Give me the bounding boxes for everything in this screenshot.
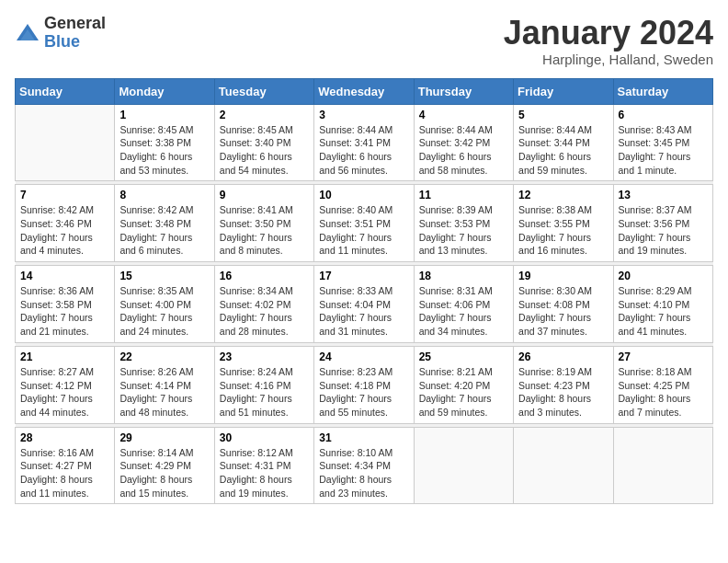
- day-info: Sunrise: 8:14 AMSunset: 4:29 PMDaylight:…: [119, 446, 209, 500]
- calendar-day-cell: 14Sunrise: 8:36 AMSunset: 3:58 PMDayligh…: [16, 266, 115, 343]
- day-info: Sunrise: 8:12 AMSunset: 4:31 PMDaylight:…: [220, 446, 309, 500]
- calendar-day-cell: 8Sunrise: 8:42 AMSunset: 3:48 PMDaylight…: [115, 185, 214, 262]
- day-number: 19: [518, 270, 608, 282]
- calendar-day-cell: 26Sunrise: 8:19 AMSunset: 4:23 PMDayligh…: [514, 346, 613, 423]
- calendar-day-cell: 30Sunrise: 8:12 AMSunset: 4:31 PMDayligh…: [214, 427, 313, 504]
- day-number: 25: [419, 350, 508, 363]
- logo-blue-text: Blue: [44, 33, 106, 52]
- day-info: Sunrise: 8:42 AMSunset: 3:46 PMDaylight:…: [20, 203, 109, 258]
- day-number: 8: [119, 189, 209, 201]
- day-number: 15: [119, 270, 209, 282]
- day-number: 11: [419, 189, 508, 201]
- day-info: Sunrise: 8:21 AMSunset: 4:20 PMDaylight:…: [419, 365, 508, 419]
- calendar-day-cell: 27Sunrise: 8:18 AMSunset: 4:25 PMDayligh…: [613, 346, 712, 423]
- day-number: 21: [20, 350, 109, 363]
- day-number: 17: [319, 270, 408, 282]
- day-number: 30: [220, 431, 309, 444]
- day-info: Sunrise: 8:35 AMSunset: 4:00 PMDaylight:…: [119, 284, 209, 339]
- day-number: 12: [518, 189, 608, 201]
- day-info: Sunrise: 8:30 AMSunset: 4:08 PMDaylight:…: [518, 284, 608, 339]
- day-number: 29: [119, 431, 209, 444]
- calendar-day-cell: [16, 104, 115, 181]
- day-info: Sunrise: 8:42 AMSunset: 3:48 PMDaylight:…: [119, 203, 209, 258]
- location: Harplinge, Halland, Sweden: [504, 52, 713, 67]
- calendar-week-row: 28Sunrise: 8:16 AMSunset: 4:27 PMDayligh…: [16, 427, 713, 504]
- day-number: 1: [119, 109, 209, 121]
- calendar-day-cell: 16Sunrise: 8:34 AMSunset: 4:02 PMDayligh…: [214, 266, 313, 343]
- day-info: Sunrise: 8:45 AMSunset: 3:38 PMDaylight:…: [119, 123, 209, 178]
- calendar-week-row: 14Sunrise: 8:36 AMSunset: 3:58 PMDayligh…: [16, 266, 713, 343]
- day-header-wednesday: Wednesday: [314, 78, 414, 104]
- day-number: 24: [319, 350, 408, 363]
- day-header-tuesday: Tuesday: [214, 78, 313, 104]
- calendar-day-cell: 13Sunrise: 8:37 AMSunset: 3:56 PMDayligh…: [613, 185, 712, 262]
- calendar-day-cell: 9Sunrise: 8:41 AMSunset: 3:50 PMDaylight…: [214, 185, 313, 262]
- day-header-thursday: Thursday: [414, 78, 513, 104]
- calendar-day-cell: 19Sunrise: 8:30 AMSunset: 4:08 PMDayligh…: [514, 266, 613, 343]
- day-number: 14: [20, 270, 109, 282]
- calendar-day-cell: 29Sunrise: 8:14 AMSunset: 4:29 PMDayligh…: [115, 427, 214, 504]
- calendar-day-cell: 6Sunrise: 8:43 AMSunset: 3:45 PMDaylight…: [613, 104, 712, 181]
- day-info: Sunrise: 8:18 AMSunset: 4:25 PMDaylight:…: [619, 365, 708, 419]
- calendar-day-cell: 11Sunrise: 8:39 AMSunset: 3:53 PMDayligh…: [414, 185, 513, 262]
- calendar-week-row: 7Sunrise: 8:42 AMSunset: 3:46 PMDaylight…: [16, 185, 713, 262]
- day-info: Sunrise: 8:16 AMSunset: 4:27 PMDaylight:…: [20, 446, 109, 500]
- day-info: Sunrise: 8:31 AMSunset: 4:06 PMDaylight:…: [419, 284, 508, 339]
- calendar-day-cell: 17Sunrise: 8:33 AMSunset: 4:04 PMDayligh…: [314, 266, 414, 343]
- calendar-day-cell: 5Sunrise: 8:44 AMSunset: 3:44 PMDaylight…: [514, 104, 613, 181]
- day-info: Sunrise: 8:36 AMSunset: 3:58 PMDaylight:…: [20, 284, 109, 339]
- day-info: Sunrise: 8:10 AMSunset: 4:34 PMDaylight:…: [319, 446, 408, 500]
- calendar-day-cell: 25Sunrise: 8:21 AMSunset: 4:20 PMDayligh…: [414, 346, 513, 423]
- day-info: Sunrise: 8:19 AMSunset: 4:23 PMDaylight:…: [518, 365, 608, 419]
- calendar-day-cell: 10Sunrise: 8:40 AMSunset: 3:51 PMDayligh…: [314, 185, 414, 262]
- day-number: 31: [319, 431, 408, 444]
- calendar-day-cell: [414, 427, 513, 504]
- day-info: Sunrise: 8:40 AMSunset: 3:51 PMDaylight:…: [319, 203, 408, 258]
- calendar-day-cell: 22Sunrise: 8:26 AMSunset: 4:14 PMDayligh…: [115, 346, 214, 423]
- calendar-day-cell: 28Sunrise: 8:16 AMSunset: 4:27 PMDayligh…: [16, 427, 115, 504]
- header: General Blue January 2024 Harplinge, Hal…: [15, 15, 713, 67]
- day-info: Sunrise: 8:44 AMSunset: 3:42 PMDaylight:…: [419, 123, 508, 178]
- calendar-week-row: 1Sunrise: 8:45 AMSunset: 3:38 PMDaylight…: [16, 104, 713, 181]
- day-number: 28: [20, 431, 109, 444]
- day-info: Sunrise: 8:23 AMSunset: 4:18 PMDaylight:…: [319, 365, 408, 419]
- day-number: 20: [619, 270, 708, 282]
- calendar-day-cell: 24Sunrise: 8:23 AMSunset: 4:18 PMDayligh…: [314, 346, 414, 423]
- day-info: Sunrise: 8:29 AMSunset: 4:10 PMDaylight:…: [619, 284, 708, 339]
- day-number: 5: [518, 109, 608, 121]
- calendar-day-cell: 18Sunrise: 8:31 AMSunset: 4:06 PMDayligh…: [414, 266, 513, 343]
- day-number: 27: [619, 350, 708, 363]
- calendar-day-cell: [613, 427, 712, 504]
- logo: General Blue: [15, 15, 106, 52]
- calendar-week-row: 21Sunrise: 8:27 AMSunset: 4:12 PMDayligh…: [16, 346, 713, 423]
- day-number: 22: [119, 350, 209, 363]
- day-info: Sunrise: 8:33 AMSunset: 4:04 PMDaylight:…: [319, 284, 408, 339]
- calendar-day-cell: 2Sunrise: 8:45 AMSunset: 3:40 PMDaylight…: [214, 104, 313, 181]
- calendar-day-cell: [514, 427, 613, 504]
- day-number: 23: [220, 350, 309, 363]
- day-info: Sunrise: 8:44 AMSunset: 3:44 PMDaylight:…: [518, 123, 608, 178]
- day-info: Sunrise: 8:34 AMSunset: 4:02 PMDaylight:…: [220, 284, 309, 339]
- day-number: 7: [20, 189, 109, 201]
- day-number: 26: [518, 350, 608, 363]
- day-info: Sunrise: 8:44 AMSunset: 3:41 PMDaylight:…: [319, 123, 408, 178]
- day-number: 9: [220, 189, 309, 201]
- day-number: 10: [319, 189, 408, 201]
- calendar-day-cell: 3Sunrise: 8:44 AMSunset: 3:41 PMDaylight…: [314, 104, 414, 181]
- month-title: January 2024: [504, 15, 713, 52]
- day-header-monday: Monday: [115, 78, 214, 104]
- day-header-sunday: Sunday: [16, 78, 115, 104]
- day-info: Sunrise: 8:41 AMSunset: 3:50 PMDaylight:…: [220, 203, 309, 258]
- day-info: Sunrise: 8:45 AMSunset: 3:40 PMDaylight:…: [220, 123, 309, 178]
- day-number: 16: [220, 270, 309, 282]
- title-area: January 2024 Harplinge, Halland, Sweden: [504, 15, 713, 67]
- calendar-day-cell: 15Sunrise: 8:35 AMSunset: 4:00 PMDayligh…: [115, 266, 214, 343]
- day-number: 18: [419, 270, 508, 282]
- calendar-day-cell: 31Sunrise: 8:10 AMSunset: 4:34 PMDayligh…: [314, 427, 414, 504]
- calendar-day-cell: 20Sunrise: 8:29 AMSunset: 4:10 PMDayligh…: [613, 266, 712, 343]
- day-info: Sunrise: 8:27 AMSunset: 4:12 PMDaylight:…: [20, 365, 109, 419]
- day-number: 3: [319, 109, 408, 121]
- day-info: Sunrise: 8:37 AMSunset: 3:56 PMDaylight:…: [619, 203, 708, 258]
- day-info: Sunrise: 8:43 AMSunset: 3:45 PMDaylight:…: [619, 123, 708, 178]
- day-header-saturday: Saturday: [613, 78, 712, 104]
